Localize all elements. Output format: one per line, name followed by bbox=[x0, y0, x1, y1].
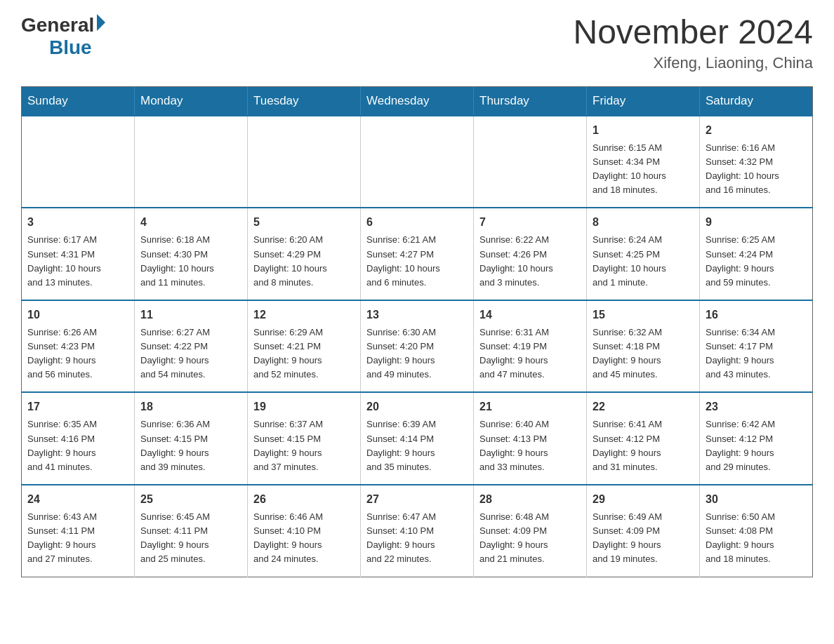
day-info: Sunrise: 6:43 AMSunset: 4:11 PMDaylight:… bbox=[27, 510, 128, 567]
title-block: November 2024 Xifeng, Liaoning, China bbox=[573, 14, 813, 72]
col-header-thursday: Thursday bbox=[474, 86, 587, 116]
calendar-cell: 11Sunrise: 6:27 AMSunset: 4:22 PMDayligh… bbox=[135, 300, 248, 393]
calendar-cell: 8Sunrise: 6:24 AMSunset: 4:25 PMDaylight… bbox=[587, 208, 700, 300]
day-info: Sunrise: 6:45 AMSunset: 4:11 PMDaylight:… bbox=[140, 510, 241, 567]
calendar-week-row: 3Sunrise: 6:17 AMSunset: 4:31 PMDaylight… bbox=[22, 208, 813, 300]
calendar-cell: 16Sunrise: 6:34 AMSunset: 4:17 PMDayligh… bbox=[700, 300, 813, 393]
day-info: Sunrise: 6:18 AMSunset: 4:30 PMDaylight:… bbox=[140, 233, 241, 290]
logo-arrow-icon bbox=[97, 14, 105, 31]
calendar-cell: 13Sunrise: 6:30 AMSunset: 4:20 PMDayligh… bbox=[361, 300, 474, 393]
day-number: 23 bbox=[706, 398, 807, 415]
calendar-cell: 6Sunrise: 6:21 AMSunset: 4:27 PMDaylight… bbox=[361, 208, 474, 300]
day-number: 11 bbox=[140, 307, 241, 323]
calendar-cell bbox=[474, 116, 587, 208]
day-info: Sunrise: 6:32 AMSunset: 4:18 PMDaylight:… bbox=[593, 326, 694, 382]
calendar-cell: 27Sunrise: 6:47 AMSunset: 4:10 PMDayligh… bbox=[361, 485, 474, 577]
calendar-cell: 9Sunrise: 6:25 AMSunset: 4:24 PMDaylight… bbox=[700, 208, 813, 300]
day-number: 8 bbox=[593, 214, 694, 231]
calendar-cell: 12Sunrise: 6:29 AMSunset: 4:21 PMDayligh… bbox=[248, 300, 361, 393]
calendar-cell: 10Sunrise: 6:26 AMSunset: 4:23 PMDayligh… bbox=[22, 300, 135, 393]
calendar-cell: 7Sunrise: 6:22 AMSunset: 4:26 PMDaylight… bbox=[474, 208, 587, 300]
day-info: Sunrise: 6:22 AMSunset: 4:26 PMDaylight:… bbox=[479, 233, 581, 290]
day-number: 15 bbox=[593, 307, 694, 323]
calendar-cell: 22Sunrise: 6:41 AMSunset: 4:12 PMDayligh… bbox=[587, 392, 700, 485]
calendar-week-row: 17Sunrise: 6:35 AMSunset: 4:16 PMDayligh… bbox=[22, 392, 813, 485]
day-info: Sunrise: 6:50 AMSunset: 4:08 PMDaylight:… bbox=[706, 510, 807, 567]
calendar-cell bbox=[135, 116, 248, 208]
day-number: 19 bbox=[253, 398, 355, 415]
location-title: Xifeng, Liaoning, China bbox=[573, 54, 813, 72]
day-info: Sunrise: 6:27 AMSunset: 4:22 PMDaylight:… bbox=[140, 326, 241, 382]
day-info: Sunrise: 6:39 AMSunset: 4:14 PMDaylight:… bbox=[366, 417, 468, 474]
calendar-week-row: 1Sunrise: 6:15 AMSunset: 4:34 PMDaylight… bbox=[22, 116, 813, 208]
calendar-cell: 24Sunrise: 6:43 AMSunset: 4:11 PMDayligh… bbox=[22, 485, 135, 577]
calendar-cell: 19Sunrise: 6:37 AMSunset: 4:15 PMDayligh… bbox=[248, 392, 361, 485]
day-number: 24 bbox=[27, 491, 128, 508]
calendar-cell: 23Sunrise: 6:42 AMSunset: 4:12 PMDayligh… bbox=[700, 392, 813, 485]
calendar-cell: 30Sunrise: 6:50 AMSunset: 4:08 PMDayligh… bbox=[700, 485, 813, 577]
calendar-cell: 4Sunrise: 6:18 AMSunset: 4:30 PMDaylight… bbox=[135, 208, 248, 300]
calendar-cell: 21Sunrise: 6:40 AMSunset: 4:13 PMDayligh… bbox=[474, 392, 587, 485]
day-number: 9 bbox=[706, 214, 807, 231]
day-info: Sunrise: 6:49 AMSunset: 4:09 PMDaylight:… bbox=[593, 510, 694, 567]
calendar-cell: 18Sunrise: 6:36 AMSunset: 4:15 PMDayligh… bbox=[135, 392, 248, 485]
calendar-cell: 5Sunrise: 6:20 AMSunset: 4:29 PMDaylight… bbox=[248, 208, 361, 300]
days-of-week-row: SundayMondayTuesdayWednesdayThursdayFrid… bbox=[22, 86, 813, 116]
calendar-cell: 28Sunrise: 6:48 AMSunset: 4:09 PMDayligh… bbox=[474, 485, 587, 577]
month-title: November 2024 bbox=[573, 14, 813, 51]
logo-blue-text: Blue bbox=[49, 36, 92, 59]
day-number: 5 bbox=[253, 214, 355, 231]
day-number: 14 bbox=[479, 307, 581, 323]
calendar-week-row: 10Sunrise: 6:26 AMSunset: 4:23 PMDayligh… bbox=[22, 300, 813, 393]
calendar-week-row: 24Sunrise: 6:43 AMSunset: 4:11 PMDayligh… bbox=[22, 485, 813, 577]
col-header-sunday: Sunday bbox=[22, 86, 135, 116]
day-number: 13 bbox=[366, 307, 468, 323]
day-info: Sunrise: 6:42 AMSunset: 4:12 PMDaylight:… bbox=[706, 417, 807, 474]
day-number: 28 bbox=[479, 491, 581, 508]
day-number: 6 bbox=[366, 214, 468, 231]
col-header-wednesday: Wednesday bbox=[361, 86, 474, 116]
col-header-monday: Monday bbox=[135, 86, 248, 116]
day-info: Sunrise: 6:31 AMSunset: 4:19 PMDaylight:… bbox=[479, 326, 581, 382]
day-info: Sunrise: 6:41 AMSunset: 4:12 PMDaylight:… bbox=[593, 417, 694, 474]
day-number: 29 bbox=[593, 491, 694, 508]
day-info: Sunrise: 6:21 AMSunset: 4:27 PMDaylight:… bbox=[366, 233, 468, 290]
day-info: Sunrise: 6:40 AMSunset: 4:13 PMDaylight:… bbox=[479, 417, 581, 474]
day-number: 4 bbox=[140, 214, 241, 231]
day-info: Sunrise: 6:24 AMSunset: 4:25 PMDaylight:… bbox=[593, 233, 694, 290]
calendar-cell: 2Sunrise: 6:16 AMSunset: 4:32 PMDaylight… bbox=[700, 116, 813, 208]
day-info: Sunrise: 6:47 AMSunset: 4:10 PMDaylight:… bbox=[366, 510, 468, 567]
calendar-cell: 17Sunrise: 6:35 AMSunset: 4:16 PMDayligh… bbox=[22, 392, 135, 485]
col-header-tuesday: Tuesday bbox=[248, 86, 361, 116]
day-info: Sunrise: 6:35 AMSunset: 4:16 PMDaylight:… bbox=[27, 417, 128, 474]
calendar-cell: 1Sunrise: 6:15 AMSunset: 4:34 PMDaylight… bbox=[587, 116, 700, 208]
day-number: 16 bbox=[706, 307, 807, 323]
calendar-header: SundayMondayTuesdayWednesdayThursdayFrid… bbox=[22, 86, 813, 116]
day-info: Sunrise: 6:34 AMSunset: 4:17 PMDaylight:… bbox=[706, 326, 807, 382]
day-number: 17 bbox=[27, 398, 128, 415]
day-number: 12 bbox=[253, 307, 355, 323]
day-info: Sunrise: 6:46 AMSunset: 4:10 PMDaylight:… bbox=[253, 510, 355, 567]
col-header-saturday: Saturday bbox=[700, 86, 813, 116]
day-number: 18 bbox=[140, 398, 241, 415]
col-header-friday: Friday bbox=[587, 86, 700, 116]
day-number: 7 bbox=[479, 214, 581, 231]
day-number: 21 bbox=[479, 398, 581, 415]
day-number: 3 bbox=[27, 214, 128, 231]
calendar-cell: 26Sunrise: 6:46 AMSunset: 4:10 PMDayligh… bbox=[248, 485, 361, 577]
day-number: 2 bbox=[706, 122, 807, 139]
calendar-body: 1Sunrise: 6:15 AMSunset: 4:34 PMDaylight… bbox=[22, 116, 813, 577]
calendar-cell bbox=[248, 116, 361, 208]
day-number: 20 bbox=[366, 398, 468, 415]
calendar-cell: 20Sunrise: 6:39 AMSunset: 4:14 PMDayligh… bbox=[361, 392, 474, 485]
day-number: 26 bbox=[253, 491, 355, 508]
logo-general-text: General bbox=[21, 14, 94, 36]
page-header: General Blue November 2024 Xifeng, Liaon… bbox=[21, 14, 813, 72]
calendar-cell: 25Sunrise: 6:45 AMSunset: 4:11 PMDayligh… bbox=[135, 485, 248, 577]
day-number: 1 bbox=[593, 122, 694, 139]
day-number: 22 bbox=[593, 398, 694, 415]
day-info: Sunrise: 6:37 AMSunset: 4:15 PMDaylight:… bbox=[253, 417, 355, 474]
calendar-cell bbox=[22, 116, 135, 208]
day-number: 25 bbox=[140, 491, 241, 508]
day-number: 30 bbox=[706, 491, 807, 508]
